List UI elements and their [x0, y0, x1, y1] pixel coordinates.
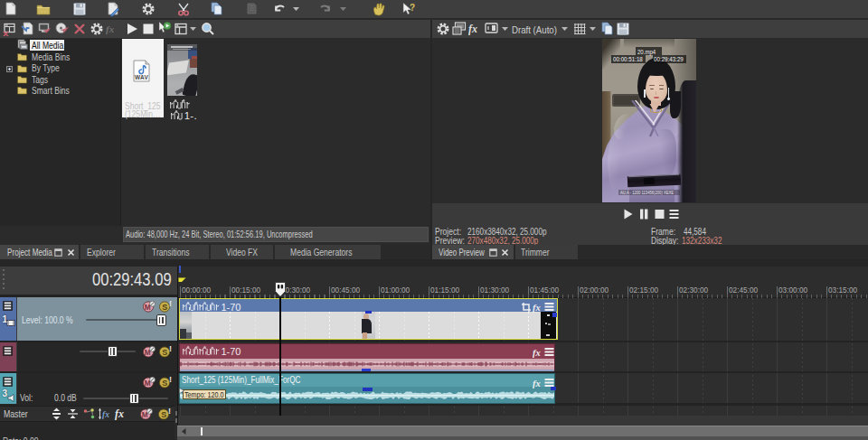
svg-text:fx: fx	[102, 410, 109, 419]
svg-text:fx: fx	[106, 23, 115, 34]
svg-text:fx: fx	[115, 407, 124, 420]
svg-text:WAV: WAV	[135, 74, 149, 80]
svg-text:S: S	[162, 379, 167, 388]
svg-text:!: !	[169, 346, 172, 353]
svg-text:S: S	[161, 410, 166, 419]
svg-text:!: !	[169, 377, 172, 384]
svg-text:fx: fx	[533, 347, 541, 357]
svg-text:fx: fx	[533, 378, 541, 388]
svg-text:!: !	[168, 408, 171, 416]
svg-text:S: S	[162, 303, 167, 312]
svg-text:fx: fx	[468, 23, 477, 35]
svg-text:1-…: 1-…	[184, 110, 197, 120]
svg-text:S: S	[162, 348, 167, 357]
svg-text:!: !	[169, 301, 172, 308]
svg-text:?: ?	[410, 3, 415, 13]
svg-text:1-70: 1-70	[221, 346, 241, 356]
